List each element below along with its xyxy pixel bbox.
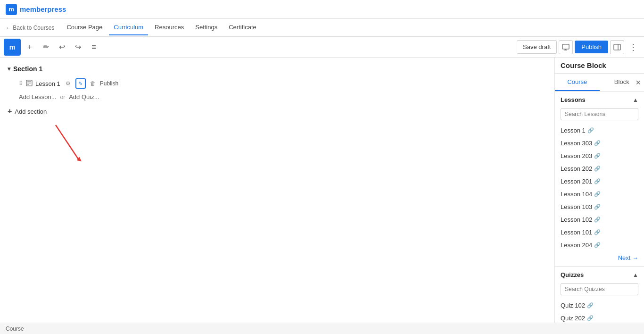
list-icon: ≡ — [91, 43, 96, 51]
add-block-button[interactable]: + — [23, 40, 37, 54]
add-lesson-quiz-row: Add Lesson... or Add Quiz... — [8, 91, 547, 103]
sidebar-lesson-name: Lesson 101 — [561, 229, 592, 236]
redo-button[interactable]: ↪ — [71, 40, 85, 54]
sidebar-next-lessons: Next → — [555, 251, 644, 266]
content-area: ▾ Section 1 ⠿ Lesson 1 ⚙ ✎ 🗑 Publish — [0, 58, 554, 323]
svg-rect-0 — [562, 44, 569, 49]
lessons-section-header[interactable]: Lessons ▲ — [555, 92, 644, 108]
back-to-courses-link[interactable]: ← Back to Courses — [6, 25, 54, 31]
drag-handle-icon[interactable]: ⠿ — [19, 80, 23, 87]
course-block-title: Course Block — [555, 58, 644, 74]
pencil-icon: ✏ — [43, 42, 49, 51]
sidebar-lesson-name: Lesson 303 — [561, 140, 592, 147]
sidebar-lesson-name: Lesson 102 — [561, 216, 592, 223]
sidebar-lesson-link-icon: 🔗 — [594, 191, 601, 197]
more-options-button[interactable]: ⋮ — [626, 40, 640, 54]
quizzes-section-header[interactable]: Quizzes ▲ — [555, 267, 644, 283]
sidebar-lesson-item[interactable]: Lesson 203 🔗 — [555, 150, 644, 162]
sidebar-close-button[interactable]: ✕ — [636, 79, 641, 86]
sidebar-lesson-name: Lesson 201 — [561, 178, 592, 185]
add-quiz-link[interactable]: Add Quiz... — [69, 93, 99, 100]
lessons-collapse-icon: ▲ — [633, 97, 638, 103]
sidebar-quiz-link-icon: 🔗 — [587, 302, 594, 309]
add-icon: + — [27, 43, 32, 51]
sidebar-lesson-link-icon: 🔗 — [587, 127, 594, 134]
sidebar-quiz-link-icon: 🔗 — [587, 315, 594, 321]
undo-button[interactable]: ↩ — [55, 40, 69, 54]
or-divider: or — [60, 94, 66, 100]
redo-icon: ↪ — [75, 42, 81, 51]
section-toggle[interactable]: ▾ — [8, 66, 10, 72]
tab-certificate[interactable]: Certificate — [224, 20, 261, 35]
preview-button[interactable] — [559, 40, 573, 54]
sidebar-lesson-link-icon: 🔗 — [594, 229, 601, 235]
lesson-status[interactable]: Publish — [100, 80, 118, 87]
tab-settings[interactable]: Settings — [190, 20, 222, 35]
add-section-icon: + — [8, 107, 12, 116]
sidebar-lesson-link-icon: 🔗 — [594, 204, 601, 210]
status-bar: Course — [0, 323, 644, 334]
lesson-edit-button[interactable]: ✎ — [75, 78, 86, 89]
publish-button[interactable]: Publish — [575, 41, 608, 53]
sidebar-quiz-name: Quiz 102 — [561, 302, 585, 309]
tab-course-page[interactable]: Course Page — [62, 20, 107, 35]
lessons-section: Lessons ▲ Lesson 1 🔗 Lesson 303 🔗 Lesson… — [555, 92, 644, 267]
logo-link[interactable]: m memberpress — [6, 4, 66, 15]
add-section-row[interactable]: + Add section — [8, 103, 547, 119]
quizzes-section: Quizzes ▲ Quiz 102 🔗 Quiz 202 🔗 Quiz 101… — [555, 267, 644, 323]
document-overview-button[interactable]: ≡ — [87, 40, 101, 54]
lesson-row: ⠿ Lesson 1 ⚙ ✎ 🗑 Publish — [8, 76, 547, 91]
sidebar-lesson-item[interactable]: Lesson 102 🔗 — [555, 213, 644, 226]
sidebar-lesson-item[interactable]: Lesson 303 🔗 — [555, 137, 644, 150]
sidebar-lesson-name: Lesson 1 — [561, 127, 586, 134]
sidebar-lesson-item[interactable]: Lesson 201 🔗 — [555, 175, 644, 188]
lessons-search-input[interactable] — [561, 108, 638, 120]
sidebar-lesson-link-icon: 🔗 — [594, 166, 601, 172]
lesson-settings-button[interactable]: ⚙ — [63, 78, 74, 89]
svg-rect-3 — [614, 44, 620, 50]
undo-icon: ↩ — [59, 42, 65, 51]
main-layout: ▾ Section 1 ⠿ Lesson 1 ⚙ ✎ 🗑 Publish — [0, 58, 644, 323]
lessons-section-label: Lessons — [561, 96, 586, 103]
sidebar-lesson-name: Lesson 103 — [561, 203, 592, 210]
svg-line-9 — [56, 125, 79, 160]
quizzes-collapse-icon: ▲ — [633, 272, 638, 278]
editor-toolbar: m + ✏ ↩ ↪ ≡ Save draft Publish ⋮ — [0, 37, 644, 58]
sidebar-lesson-item[interactable]: Lesson 101 🔗 — [555, 226, 644, 239]
sidebar-lesson-link-icon: 🔗 — [594, 178, 601, 184]
sidebar-toggle-button[interactable] — [610, 40, 624, 54]
sidebar-quiz-name: Quiz 202 — [561, 315, 585, 322]
quizzes-search-input[interactable] — [561, 283, 638, 295]
lesson-delete-button[interactable]: 🗑 — [88, 78, 98, 89]
sidebar-lesson-item[interactable]: Lesson 204 🔗 — [555, 239, 644, 251]
sidebar-lesson-name: Lesson 204 — [561, 242, 592, 249]
sidebar-lesson-item[interactable]: Lesson 1 🔗 — [555, 124, 644, 137]
lessons-next-link[interactable]: Next → — [618, 254, 638, 261]
sidebar-lesson-name: Lesson 203 — [561, 152, 592, 159]
tab-resources[interactable]: Resources — [150, 20, 189, 35]
sidebar-lesson-item[interactable]: Lesson 202 🔗 — [555, 162, 644, 175]
tab-curriculum[interactable]: Curriculum — [109, 20, 148, 35]
lesson-name: Lesson 1 — [35, 80, 60, 87]
sidebar-lesson-link-icon: 🔗 — [594, 242, 601, 248]
tools-button[interactable]: ✏ — [39, 40, 53, 54]
sidebar-tabs-header: Course Block ✕ — [555, 74, 644, 92]
sidebar-lesson-name: Lesson 104 — [561, 191, 592, 198]
quizzes-section-label: Quizzes — [561, 271, 584, 278]
sidebar-quiz-item[interactable]: Quiz 102 🔗 — [555, 299, 644, 312]
sidebar-lesson-link-icon: 🔗 — [594, 217, 601, 223]
sidebar-lesson-item[interactable]: Lesson 104 🔗 — [555, 188, 644, 200]
svg-marker-10 — [77, 157, 82, 161]
editor-logo-button[interactable]: m — [4, 39, 21, 56]
add-lesson-link[interactable]: Add Lesson... — [19, 93, 57, 100]
status-text: Course — [6, 326, 24, 332]
preview-icon — [562, 43, 570, 51]
sidebar-lesson-link-icon: 🔗 — [594, 140, 601, 146]
add-section-label: Add section — [15, 108, 47, 115]
save-draft-button[interactable]: Save draft — [517, 40, 557, 54]
sidebar-lesson-item[interactable]: Lesson 103 🔗 — [555, 200, 644, 213]
sidebar-tab-course[interactable]: Course — [555, 74, 600, 91]
sidebar-quiz-item[interactable]: Quiz 202 🔗 — [555, 312, 644, 323]
logo-icon: m — [6, 4, 17, 15]
right-sidebar: Course Block Course Block ✕ Lessons ▲ Le… — [554, 58, 644, 323]
